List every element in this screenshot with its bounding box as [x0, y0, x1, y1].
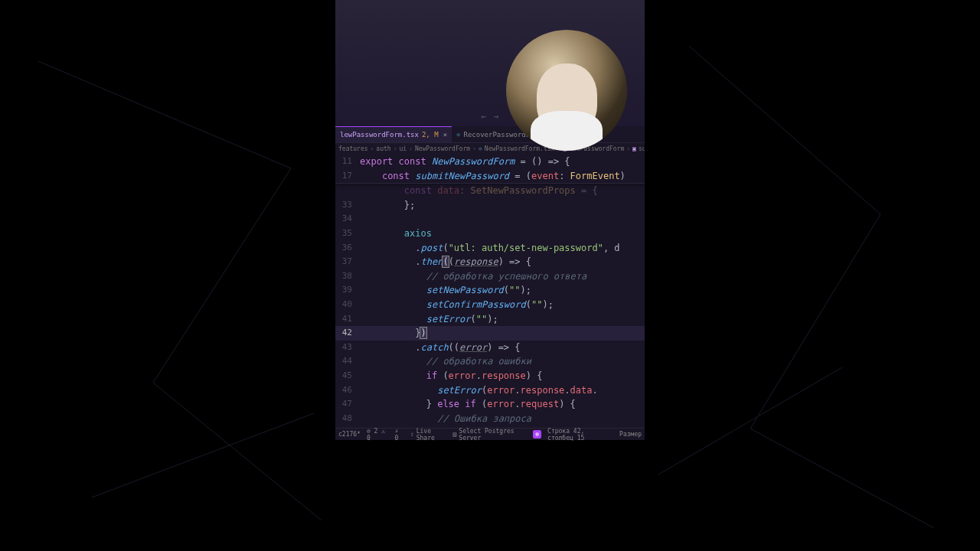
tab-modified-badge: 2, M [422, 131, 439, 139]
breadcrumb-part[interactable]: features [338, 145, 368, 152]
line-number: 37 [335, 255, 360, 269]
code-line[interactable]: 46 setError(error.response.data. [335, 383, 645, 398]
nav-back-icon[interactable]: ← [481, 112, 486, 122]
code-line[interactable]: 45 if (error.response) { [335, 369, 645, 383]
svg-line-7 [658, 367, 842, 474]
code-line[interactable]: 33 }; [335, 198, 645, 213]
code-line[interactable]: 44 // обработка ошибки [335, 354, 645, 369]
svg-line-3 [689, 46, 880, 214]
code-line[interactable]: 41 setError(""); [335, 312, 645, 327]
react-icon: ⚛ [456, 131, 460, 139]
line-number: 35 [335, 227, 360, 241]
text-cursor [426, 328, 427, 339]
line-number: 45 [335, 369, 360, 383]
code-editor[interactable]: 11 export const NewPasswordForm = () => … [335, 155, 645, 428]
code-line[interactable]: 38 // обработка успешного ответа [335, 269, 645, 284]
nav-arrows: ← → [481, 112, 498, 122]
react-icon: ⚛ [479, 145, 482, 152]
file-label: lewPasswordForm.tsx [340, 131, 419, 139]
code-line[interactable]: 11 export const NewPasswordForm = () => … [335, 155, 645, 169]
line-number: 41 [335, 312, 360, 327]
line-number: 36 [335, 241, 360, 256]
line-number: 39 [335, 283, 360, 298]
svg-line-4 [750, 214, 880, 429]
line-number: 33 [335, 198, 360, 213]
svg-line-5 [750, 429, 934, 528]
status-live-share[interactable]: ⇪ Live Share [410, 428, 447, 442]
code-line[interactable]: 40 setConfirmPassword(""); [335, 298, 645, 312]
svg-line-1 [153, 168, 291, 383]
breadcrumb-symbol[interactable]: submitNewPas [639, 145, 645, 152]
breadcrumb-part[interactable]: ui [399, 145, 407, 152]
breadcrumb-part[interactable]: NewPasswordForm [415, 145, 470, 152]
line-number: 17 [335, 169, 360, 184]
svg-line-0 [38, 61, 291, 168]
code-line[interactable]: 17 const submitNewPassword = (event: For… [335, 169, 645, 184]
svg-line-6 [92, 413, 314, 497]
code-line[interactable]: 35 axios [335, 227, 645, 241]
tab-active[interactable]: lewPasswordForm.tsx 2, M × [335, 126, 452, 142]
close-icon[interactable]: × [443, 131, 447, 139]
line-number: 44 [335, 354, 360, 369]
line-number: 49 [335, 425, 360, 428]
code-line[interactable]: const data: SetNewPasswordProps = { [335, 184, 645, 198]
line-number: 11 [335, 155, 360, 169]
code-line-current[interactable]: 42 }) [335, 326, 645, 341]
code-line[interactable]: 34 [335, 212, 645, 227]
code-line[interactable]: 37 .then((response) => { [335, 255, 645, 269]
code-line[interactable]: 39 setNewPassword(""); [335, 283, 645, 298]
line-number: 38 [335, 269, 360, 284]
line-number: 34 [335, 212, 360, 227]
status-ports[interactable]: ⚡ 0 [395, 428, 404, 442]
line-number: 48 [335, 412, 360, 426]
status-branch[interactable]: c2176* [338, 431, 361, 438]
status-size[interactable]: Размер [619, 431, 642, 438]
nav-forward-icon[interactable]: → [494, 112, 499, 122]
line-number: 46 [335, 383, 360, 398]
line-number: 42 [335, 326, 360, 341]
breadcrumb-part[interactable]: auth [376, 145, 390, 152]
code-line[interactable]: 49 setError("Network error. Plea [335, 425, 645, 428]
line-number: 43 [335, 341, 360, 355]
code-line[interactable]: 43 .catch((error) => { [335, 341, 645, 355]
code-line[interactable]: 48 // Ошибка запроса [335, 412, 645, 426]
status-zoom[interactable]: ⊕ [533, 430, 541, 439]
webcam-overlay [506, 30, 627, 151]
code-line[interactable]: 36 .post("utl: auth/set-new-password", d [335, 241, 645, 256]
status-cursor-pos[interactable]: Строка 42, столбец 15 [547, 428, 613, 442]
svg-line-2 [153, 383, 322, 520]
line-number: 40 [335, 298, 360, 312]
status-postgres[interactable]: ▤ Select Postgres Server [453, 428, 528, 442]
line-number [335, 184, 360, 198]
line-number: 47 [335, 397, 360, 412]
code-line[interactable]: 47 } else if (error.request) { [335, 397, 645, 412]
breadcrumb[interactable]: features› auth› ui› NewPasswordForm› ⚛ N… [335, 143, 645, 155]
status-problems[interactable]: ⊘ 2 ⚠ 0 [367, 428, 389, 442]
symbol-icon: ▣ [632, 145, 636, 152]
status-bar: c2176* ⊘ 2 ⚠ 0 ⚡ 0 ⇪ Live Share ▤ Select… [335, 428, 645, 440]
